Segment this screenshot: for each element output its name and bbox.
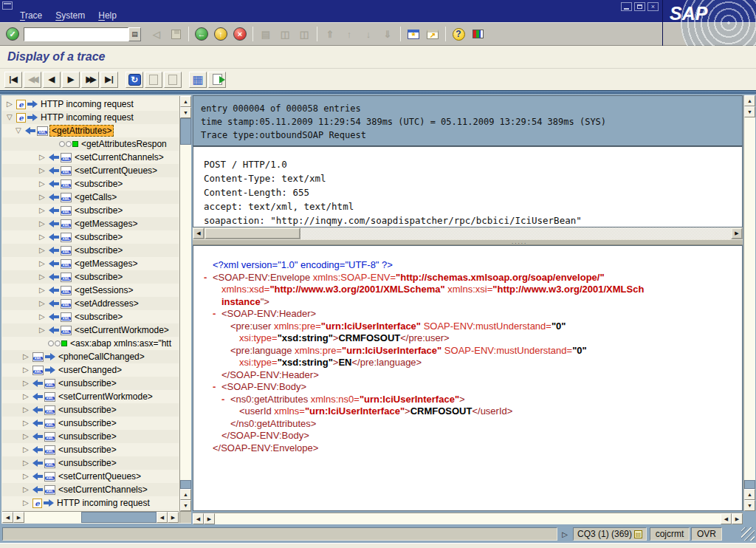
tree-expander-icon[interactable]: ▷ — [7, 100, 16, 108]
tree-item[interactable]: ▷XML<unsubscribe> — [2, 456, 179, 470]
first-entry-button[interactable]: |◀ — [4, 72, 22, 88]
tree-item[interactable]: ▷XML<unsubscribe> — [2, 403, 179, 417]
tree-item[interactable]: ▷XML<subscribe> — [2, 230, 179, 244]
menu-item-system[interactable]: System — [49, 10, 92, 21]
status-user-field[interactable]: cojcrmt — [650, 527, 690, 541]
http-horizontal-scrollbar[interactable]: ◀ ▶ — [193, 227, 743, 239]
tree-expander-icon[interactable]: ▷ — [23, 406, 32, 414]
detail-scroll-down-button[interactable]: ▼ — [744, 106, 755, 117]
tree-expander-icon[interactable]: ▷ — [39, 260, 49, 267]
new-session-button[interactable]: * — [404, 25, 423, 43]
tree-scrollbar-thumb[interactable] — [180, 118, 191, 145]
tree-scroll-right-button-2[interactable]: ▶ — [168, 512, 179, 523]
find-next-button[interactable]: ◫ — [295, 25, 314, 43]
tree-expander-icon[interactable]: ▷ — [39, 154, 49, 161]
refresh-button[interactable]: ↻ — [126, 72, 143, 88]
find-button[interactable]: ◫ — [275, 25, 295, 43]
tree-horizontal-scrollbar[interactable]: ◀ ▶ ◀ ▶ — [2, 511, 179, 523]
soap-xml-view[interactable]: <?xml version="1.0" encoding="UTF-8" ?>-… — [193, 245, 743, 511]
detail-scroll-up-button[interactable]: ▲ — [744, 95, 755, 106]
tree-item[interactable]: ▷XML<setCurrentChannels> — [2, 151, 179, 164]
tree-item[interactable]: ▷XML<subscribe> — [2, 244, 179, 257]
panel-splitter[interactable]: ..... — [193, 239, 743, 245]
tree-item[interactable]: ▷XML<phoneCallChanged> — [2, 350, 179, 363]
minimize-button[interactable] — [621, 2, 632, 11]
detail-scrollbar-thumb[interactable] — [744, 480, 755, 489]
tree-expander-icon[interactable]: ▷ — [23, 499, 32, 507]
status-system-field[interactable]: CQ3 (1) (369) ▤ — [573, 527, 647, 541]
xml-collapse-marker[interactable]: - — [213, 308, 216, 321]
xml-scroll-left-button-2[interactable]: ◀ — [721, 513, 732, 524]
first-page-button[interactable]: ⇑ — [320, 25, 340, 43]
tree-vertical-scrollbar[interactable]: ▲ ▼ ▲ ▼ — [179, 96, 191, 511]
tree-expander-icon[interactable]: ▷ — [39, 233, 49, 241]
tree-expander-icon[interactable]: ▷ — [23, 380, 32, 387]
tree-item[interactable]: ▷XML<subscribe> — [2, 270, 179, 284]
tree-item[interactable]: ▷XML<getCalls> — [2, 191, 179, 204]
tree-item[interactable]: ▷XML<subscribe> — [2, 310, 179, 323]
tree-item[interactable]: ▷XML<setCurrentQueues> — [2, 164, 179, 177]
http-hscrollbar-track[interactable] — [300, 227, 731, 239]
tree-scroll-down-button[interactable]: ▼ — [180, 107, 191, 118]
table-view-button[interactable]: ▦ — [189, 72, 207, 88]
tree-expander-icon[interactable]: ▷ — [39, 313, 49, 321]
next-page-button[interactable]: ↓ — [359, 25, 378, 43]
tree-expander-icon[interactable]: ▷ — [23, 353, 32, 360]
last-entry-button[interactable]: ▶| — [100, 72, 118, 88]
tree-item[interactable]: ▽XML<getAttributes> — [2, 124, 179, 137]
next-entry-button[interactable]: ▶ — [62, 72, 80, 88]
tree-expander-icon[interactable]: ▷ — [39, 247, 49, 254]
menu-item-help[interactable]: Help — [92, 10, 123, 21]
tree-expander-icon[interactable]: ▷ — [23, 433, 32, 440]
tree-expander-icon[interactable]: ▷ — [39, 273, 49, 281]
tree-item[interactable]: ▷XML<setCurrentChannels> — [2, 483, 179, 496]
tree-item[interactable]: ▷XML<subscribe> — [2, 204, 179, 217]
tree-expander-icon[interactable]: ▷ — [23, 446, 32, 453]
tree-expander-icon[interactable]: ▷ — [39, 207, 49, 214]
tree-item[interactable]: ▷eHTTP incoming request — [2, 97, 179, 111]
xml-collapse-marker[interactable]: - — [213, 381, 216, 394]
http-scroll-left-button[interactable]: ◀ — [193, 227, 205, 239]
xml-horizontal-scrollbar[interactable]: ◀ ▶ ◀ ▶ — [193, 513, 743, 524]
xml-hscrollbar-track[interactable] — [215, 513, 721, 524]
tree-item[interactable]: ▷XML<getSessions> — [2, 284, 179, 297]
xml-collapse-marker[interactable]: - — [221, 394, 224, 406]
restore-button[interactable] — [634, 2, 645, 11]
tree-expander-icon[interactable]: ▷ — [23, 393, 32, 400]
tree-item[interactable]: ▷XML<setCurrentQueues> — [2, 470, 179, 483]
tree-expander-icon[interactable]: ▽ — [16, 127, 25, 134]
tree-expander-icon[interactable]: ▷ — [23, 473, 32, 480]
command-input[interactable] — [24, 27, 128, 41]
previous-document-button[interactable] — [145, 72, 162, 88]
http-request-header[interactable]: POST / HTTP/1.0Content-Type: text/xmlCon… — [193, 146, 743, 227]
tree-scroll-down-button-2[interactable]: ▼ — [180, 500, 191, 511]
tree-scrollbar-track[interactable] — [180, 145, 191, 480]
tree-hscrollbar-track[interactable] — [24, 512, 157, 523]
customize-layout-button[interactable] — [468, 25, 487, 43]
tree-item[interactable]: ▷XML<unsubscribe> — [2, 417, 179, 430]
tree-expander-icon[interactable]: ▷ — [23, 366, 32, 374]
tree-expander-icon[interactable]: ▷ — [23, 486, 32, 493]
tree-item[interactable]: ▷XML<setAddresses> — [2, 297, 179, 310]
detail-vertical-scrollbar[interactable]: ▲ ▼ ▲ ▼ — [743, 95, 755, 511]
tree-item[interactable]: ▷XML<getMessages> — [2, 217, 179, 230]
status-expand-button[interactable]: ▷ — [559, 527, 571, 541]
tree-scroll-left-button[interactable]: ◀ — [2, 512, 13, 523]
tree-expander-icon[interactable]: ▷ — [39, 326, 49, 334]
http-scroll-right-button[interactable]: ▶ — [731, 227, 743, 239]
next-document-button[interactable] — [164, 72, 182, 88]
tree-hscrollbar-thumb[interactable] — [81, 512, 157, 523]
tree-expander-icon[interactable]: ▷ — [39, 287, 49, 294]
command-history-button[interactable]: ▤ — [128, 27, 141, 41]
status-input-mode-field[interactable]: OVR — [691, 527, 722, 541]
help-button[interactable]: ? — [449, 25, 468, 43]
save-button[interactable] — [166, 25, 185, 43]
tree-expander-icon[interactable]: ▷ — [39, 193, 49, 201]
tree-item[interactable]: ▷XML<setCurrentWorkmode> — [2, 323, 179, 337]
tree-item[interactable]: ▷XML<subscribe> — [2, 177, 179, 191]
exit-button[interactable]: ↑ — [211, 25, 230, 43]
cancel-button[interactable]: × — [230, 25, 250, 43]
detail-scroll-up-button-2[interactable]: ▲ — [744, 489, 755, 500]
tree-item[interactable]: ▷XML<setCurrentWorkmode> — [2, 390, 179, 403]
tree-expander-icon[interactable]: ▷ — [39, 300, 49, 307]
